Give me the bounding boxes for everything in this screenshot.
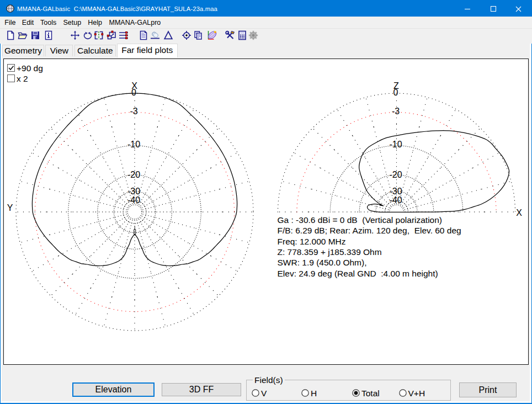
- svg-text:-10: -10: [389, 140, 402, 149]
- svg-text:Elev: 24.9 deg (Real GND :4.0: Elev: 24.9 deg (Real GND :4.00 m height): [277, 268, 438, 278]
- svg-text:-20: -20: [127, 169, 140, 179]
- svg-text:Ga : -30.6 dBi = 0 dB (Vertic: Ga : -30.6 dBi = 0 dB (Vertical polariza…: [277, 215, 442, 225]
- svg-text:X: X: [516, 208, 522, 217]
- svg-text:-3: -3: [130, 107, 137, 116]
- svg-text:-10: -10: [127, 140, 140, 149]
- svg-text:-30: -30: [127, 186, 140, 195]
- svg-text:-40: -40: [389, 195, 402, 205]
- svg-text:-30: -30: [389, 186, 402, 195]
- svg-text:Z: Z: [393, 81, 399, 91]
- svg-text:X: X: [131, 81, 137, 91]
- svg-text:F/B: 6.29 dB; Rear: Azim. 120: F/B: 6.29 dB; Rear: Azim. 120 deg, Elev.…: [277, 226, 461, 235]
- svg-text:-3: -3: [391, 107, 399, 116]
- svg-text:-20: -20: [389, 169, 402, 179]
- svg-text:SWR: 1.9 (450.0 Ohm),: SWR: 1.9 (450.0 Ohm),: [277, 258, 366, 267]
- svg-text:Freq: 12.000 MHz: Freq: 12.000 MHz: [277, 236, 345, 246]
- svg-text:-40: -40: [127, 195, 140, 205]
- svg-text:Y: Y: [7, 203, 13, 212]
- svg-text:Z: 778.359 + j185.339 Ohm: Z: 778.359 + j185.339 Ohm: [277, 247, 381, 257]
